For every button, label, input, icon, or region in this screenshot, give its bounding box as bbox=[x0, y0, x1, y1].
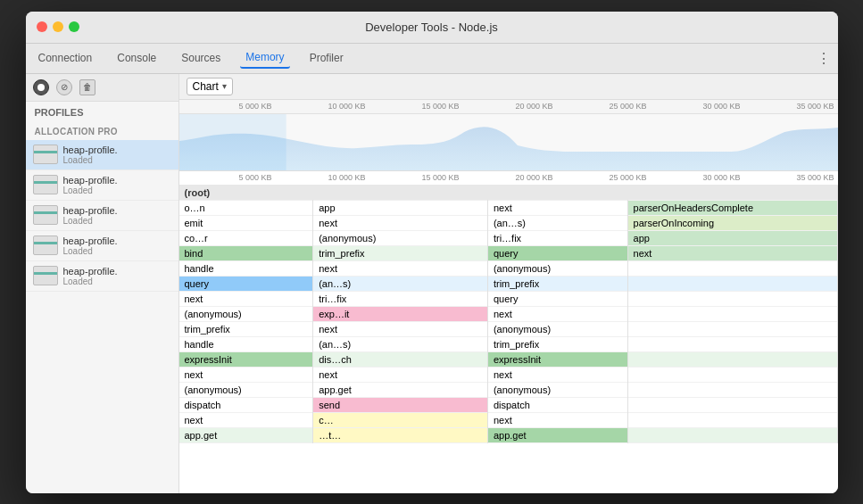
tab-connection[interactable]: Connection bbox=[33, 48, 98, 68]
tab-console[interactable]: Console bbox=[112, 48, 162, 68]
cell-col1: (anonymous) bbox=[179, 382, 313, 397]
cell-col2: trim_prefix bbox=[313, 245, 488, 260]
profile-icon-3 bbox=[33, 235, 58, 255]
cell-col1: app.get bbox=[179, 427, 313, 442]
profile-item-1[interactable]: heap-profile. Loaded bbox=[26, 170, 178, 201]
cell-col2: (an…s) bbox=[313, 336, 488, 351]
table-row[interactable]: bind trim_prefix query next bbox=[179, 245, 838, 260]
cell-col2: next bbox=[313, 215, 488, 230]
cell-col4 bbox=[627, 260, 837, 276]
table-row[interactable]: emit next (an…s) parserOnIncoming bbox=[179, 215, 838, 230]
ruler-label-6: 30 000 KB bbox=[702, 102, 740, 111]
cell-col4: next bbox=[627, 245, 837, 260]
table-row[interactable]: (anonymous) exp…it next bbox=[179, 306, 838, 321]
table-row-root[interactable]: (root) bbox=[179, 186, 838, 201]
cell-col3: next bbox=[487, 367, 627, 382]
table-row[interactable]: next c… next bbox=[179, 412, 838, 427]
table-row[interactable]: handle next (anonymous) bbox=[179, 260, 838, 276]
alloc-label: ALLOCATION PRO bbox=[26, 123, 178, 140]
cell-col4: app bbox=[627, 230, 837, 245]
titlebar: Developer Tools - Node.js bbox=[26, 12, 838, 44]
cell-col1: bind bbox=[179, 245, 313, 260]
table-row[interactable]: expressInit dis…ch expressInit bbox=[179, 351, 838, 367]
cell-col4 bbox=[627, 291, 837, 306]
table-row[interactable]: dispatch send dispatch bbox=[179, 397, 838, 412]
profile-name-3: heap-profile. bbox=[63, 235, 118, 246]
data-ruler-label-7: 35 000 KB bbox=[796, 173, 834, 182]
profiles-label: Profiles bbox=[26, 102, 178, 123]
cell-col2: tri…fix bbox=[313, 291, 488, 306]
profile-item-2[interactable]: heap-profile. Loaded bbox=[26, 201, 178, 231]
flame-ruler-top: 5 000 KB 10 000 KB 15 000 KB 20 000 KB 2… bbox=[179, 100, 838, 114]
minimize-button[interactable] bbox=[53, 21, 63, 32]
cell-col4 bbox=[627, 351, 837, 367]
table-row[interactable]: app.get …t… app.get bbox=[179, 427, 838, 442]
profile-item-0[interactable]: heap-profile. Loaded bbox=[26, 140, 178, 170]
cell-col2: (anonymous) bbox=[313, 230, 488, 245]
cell-col4 bbox=[627, 306, 837, 321]
cell-col4 bbox=[627, 397, 837, 412]
table-row[interactable]: co…r (anonymous) tri…fix app bbox=[179, 230, 838, 245]
cell-col2: app bbox=[313, 200, 488, 215]
cell-col4 bbox=[627, 367, 837, 382]
delete-button[interactable]: 🗑 bbox=[79, 79, 95, 95]
table-row[interactable]: (anonymous) app.get (anonymous) bbox=[179, 382, 838, 397]
maximize-button[interactable] bbox=[69, 21, 79, 32]
tab-memory[interactable]: Memory bbox=[240, 47, 289, 69]
table-row[interactable]: handle (an…s) trim_prefix bbox=[179, 336, 838, 351]
cell-col3: next bbox=[487, 306, 627, 321]
cell-col2: app.get bbox=[313, 382, 488, 397]
cell-col2: …t… bbox=[313, 427, 488, 442]
cell-col1: (anonymous) bbox=[179, 306, 313, 321]
chart-select[interactable]: Chart ▾ bbox=[187, 78, 233, 95]
table-row[interactable]: o…n app next parserOnHeadersComplete bbox=[179, 200, 838, 215]
content-panel: Chart ▾ 5 000 KB 10 000 KB 15 000 KB 20 … bbox=[179, 74, 838, 493]
close-button[interactable] bbox=[37, 21, 47, 32]
cell-col3: expressInit bbox=[487, 351, 627, 367]
cell-col1: emit bbox=[179, 215, 313, 230]
sidebar-toolbar: ⊘ 🗑 bbox=[26, 74, 178, 102]
cell-col3: dispatch bbox=[487, 397, 627, 412]
flame-svg bbox=[179, 114, 838, 171]
cell-col4 bbox=[627, 427, 837, 442]
tab-sources[interactable]: Sources bbox=[176, 48, 226, 68]
profile-status-1: Loaded bbox=[63, 186, 118, 195]
stop-button[interactable]: ⊘ bbox=[56, 79, 72, 95]
profile-item-3[interactable]: heap-profile. Loaded bbox=[26, 231, 178, 261]
profile-item-4[interactable]: heap-profile. Loaded bbox=[26, 261, 178, 292]
cell-col2: (an…s) bbox=[313, 276, 488, 291]
profile-status-4: Loaded bbox=[63, 277, 118, 286]
cell-col2: next bbox=[313, 367, 488, 382]
ruler-label-5: 25 000 KB bbox=[609, 102, 646, 111]
profile-icon-1 bbox=[33, 175, 58, 194]
profile-info-0: heap-profile. Loaded bbox=[63, 145, 118, 165]
cell-col3: (anonymous) bbox=[487, 260, 627, 276]
table-row[interactable]: next next next bbox=[179, 367, 838, 382]
cell-col3: (anonymous) bbox=[487, 382, 627, 397]
cell-col1: next bbox=[179, 367, 313, 382]
cell-col1: query bbox=[179, 276, 313, 291]
root-cell: (root) bbox=[179, 186, 838, 201]
profile-info-4: heap-profile. Loaded bbox=[63, 266, 118, 286]
cell-col4: parserOnHeadersComplete bbox=[627, 200, 837, 215]
data-ruler-label-1: 5 000 KB bbox=[238, 173, 271, 182]
ruler-label-3: 15 000 KB bbox=[421, 102, 459, 111]
cell-col1: next bbox=[179, 412, 313, 427]
profile-name-2: heap-profile. bbox=[63, 205, 118, 216]
table-row[interactable]: query (an…s) trim_prefix bbox=[179, 276, 838, 291]
cell-col1: expressInit bbox=[179, 351, 313, 367]
more-options-icon[interactable]: ⋮ bbox=[817, 50, 831, 67]
data-ruler-label-6: 30 000 KB bbox=[702, 173, 740, 182]
svg-rect-1 bbox=[179, 114, 286, 171]
tab-profiler[interactable]: Profiler bbox=[304, 48, 349, 68]
cell-col3: next bbox=[487, 200, 627, 215]
profile-name-1: heap-profile. bbox=[63, 175, 118, 186]
profile-icon-2 bbox=[33, 205, 58, 225]
table-row[interactable]: next tri…fix query bbox=[179, 291, 838, 306]
record-button[interactable] bbox=[33, 79, 49, 95]
profile-name-4: heap-profile. bbox=[63, 266, 118, 277]
cell-col3: (anonymous) bbox=[487, 321, 627, 336]
cell-col3: next bbox=[487, 412, 627, 427]
allocation-table-container[interactable]: (root) o…n app next parserOnHeadersCompl… bbox=[179, 186, 838, 493]
table-row[interactable]: trim_prefix next (anonymous) bbox=[179, 321, 838, 336]
